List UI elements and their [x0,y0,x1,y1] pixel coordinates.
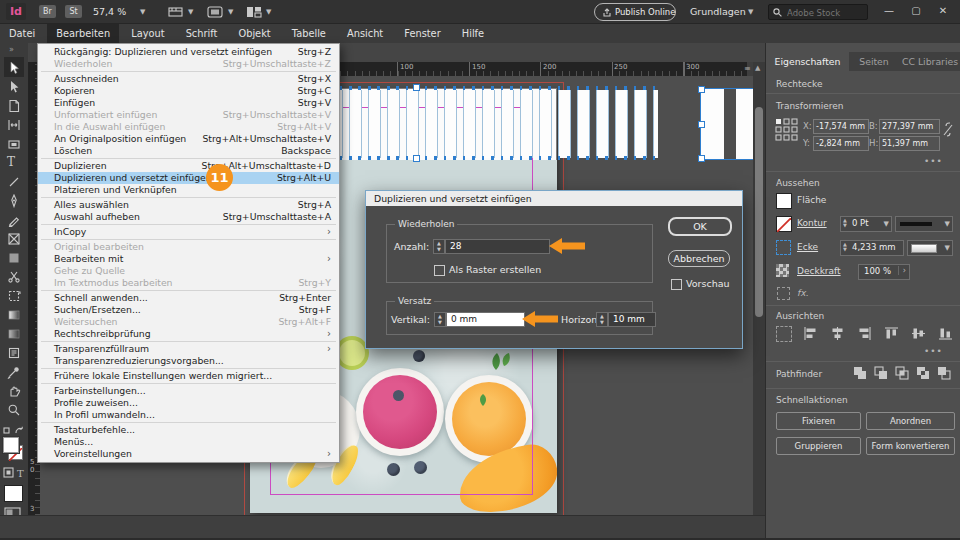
apply-color-button[interactable] [4,485,23,502]
pathfinder-minus-back-icon[interactable] [936,365,952,381]
menu-item-paste[interactable]: EinfügenStrg+V [38,97,339,109]
gap-tool[interactable] [7,117,21,131]
chevron-down-icon[interactable]: ▼ [884,220,889,228]
screen-mode-chevron-icon[interactable]: ▼ [228,8,233,16]
align-right-icon[interactable] [857,326,872,341]
menu-item-flattener-presets[interactable]: Transparenzreduzierungsvorgaben... [38,355,339,367]
menu-hilfe[interactable]: Hilfe [453,24,493,43]
stroke-weight-combo[interactable]: ▲▼ 0 Pt ▼ [840,216,892,232]
width-field[interactable]: 277,397 mm [879,119,940,134]
scroll-up-icon[interactable]: ▲ [755,64,760,72]
arrange-documents-chevron-icon[interactable]: ▼ [266,8,271,16]
corner-link[interactable]: Ecke [797,242,818,252]
menu-item-migrate-settings[interactable]: Frühere lokale Einstellungen werden migr… [38,370,339,382]
free-transform-tool[interactable] [7,288,21,302]
swap-fill-stroke-icon[interactable] [2,424,26,436]
fill-swatch[interactable] [3,437,19,453]
rectangle-tool[interactable] [7,250,21,264]
selection-handle[interactable] [413,155,420,162]
minimize-button[interactable]: — [876,0,902,22]
content-collector-tool[interactable] [7,136,21,150]
arrange-documents-icon[interactable] [246,6,262,18]
reference-point-proxy[interactable] [775,118,798,141]
menu-item-convert-to-profile[interactable]: In Profil umwandeln... [38,409,339,421]
transform-more-options[interactable]: ••• [924,156,943,166]
close-button[interactable]: ✕ [930,0,956,22]
line-tool[interactable] [7,174,21,188]
menu-item-paste-in-place[interactable]: An Originalposition einfügenStrg+Alt+Ums… [38,133,339,145]
horizontal-stepper[interactable]: ▲▼ [596,312,608,327]
menu-item-select-all[interactable]: Alles auswählenStrg+A [38,199,339,211]
stock-button[interactable]: St [65,5,82,18]
ok-button[interactable]: OK [668,217,732,236]
horizontal-field[interactable]: 10 mm [608,312,656,327]
menu-objekt[interactable]: Objekt [229,24,279,43]
object-style-icon[interactable] [777,287,790,300]
zoom-tool[interactable] [7,402,21,416]
lock-button[interactable]: Fixieren [776,412,861,430]
zoom-level-value[interactable]: 57,4 % [93,6,126,17]
menu-item-quick-apply[interactable]: Schnell anwenden...Strg+Enter [38,292,339,304]
stepper-icons[interactable]: ▲▼ [843,242,847,252]
pathfinder-add-icon[interactable] [852,365,868,381]
stock-search-input[interactable] [785,6,867,19]
tab-seiten[interactable]: Seiten [849,52,899,71]
arrange-button[interactable]: Anordnen [866,412,955,430]
opacity-icon[interactable] [776,264,789,277]
pen-tool[interactable] [7,193,21,207]
convert-shape-button[interactable]: Form konvertieren [866,437,955,455]
hand-tool[interactable] [7,383,21,397]
corner-shape-combo[interactable]: ▼ [907,240,953,256]
maximize-button[interactable]: ▢ [903,0,929,22]
selection-handle[interactable] [413,84,420,91]
tab-cc-libraries[interactable]: CC Libraries [899,52,960,71]
opacity-combo[interactable]: 100 % › [858,264,910,280]
stock-search-box[interactable] [768,4,868,20]
menu-item-preferences[interactable]: Voreinstellungen [38,448,339,460]
publish-online-button[interactable]: Publish Online [594,3,676,21]
x-field[interactable]: -17,574 mm [813,119,869,134]
corner-radius-combo[interactable]: ▲▼ 4,233 mm [840,240,904,256]
menu-item-color-settings[interactable]: Farbeinstellungen... [38,385,339,397]
preview-checkbox[interactable] [671,279,682,290]
gradient-swatch-tool[interactable] [7,307,21,321]
gradient-feather-tool[interactable] [7,326,21,340]
view-options-chevron-icon[interactable]: ▼ [188,8,193,16]
align-center-horizontal-icon[interactable] [830,326,845,341]
eyedropper-tool[interactable] [7,364,21,378]
grid-checkbox[interactable] [434,265,445,276]
fill-color-swatch[interactable] [776,193,792,209]
corner-options-icon[interactable] [776,240,791,255]
chevron-down-icon[interactable]: ▼ [945,244,950,252]
scissors-tool[interactable] [7,269,21,283]
vertical-stepper[interactable]: ▲▼ [434,312,446,327]
menu-item-find-change[interactable]: Suchen/Ersetzen...Strg+F [38,304,339,316]
vertical-field[interactable]: 0 mm [446,312,525,327]
chevron-down-icon[interactable]: ▼ [945,220,950,228]
formatting-affects-icon[interactable]: T [3,467,25,479]
count-field[interactable]: 28 [445,239,550,254]
menu-ansicht[interactable]: Ansicht [338,24,392,43]
selection-tool[interactable] [7,60,21,74]
pathfinder-subtract-icon[interactable] [873,365,889,381]
zoom-chevron-icon[interactable]: ▼ [140,8,145,16]
menu-item-keyboard-shortcuts[interactable]: Tastaturbefehle... [38,424,339,436]
menu-item-place-and-link[interactable]: Platzieren und Verknüpfen [38,184,339,196]
bridge-button[interactable]: Br [39,5,56,18]
tab-eigenschaften[interactable]: Eigenschaften [766,52,849,71]
type-tool[interactable]: T [7,155,21,169]
view-options-icon[interactable] [168,6,184,18]
pathfinder-exclude-icon[interactable] [915,365,931,381]
pencil-tool[interactable] [7,212,21,226]
group-button[interactable]: Gruppieren [776,437,861,455]
menu-item-assign-profiles[interactable]: Profile zuweisen... [38,397,339,409]
menu-item-duplicate[interactable]: DuplizierenStrg+Alt+Umschalttaste+D [38,160,339,172]
menu-item-copy[interactable]: KopierenStrg+C [38,85,339,97]
dialog-title[interactable]: Duplizieren und versetzt einfügen [366,191,742,206]
menu-item-undo[interactable]: Rückgängig: Duplizieren und versetzt ein… [38,46,339,58]
stroke-color-swatch[interactable] [776,216,792,232]
menu-schrift[interactable]: Schrift [177,24,227,43]
align-selection-icon[interactable] [776,326,792,342]
direct-selection-tool[interactable] [7,79,21,93]
height-field[interactable]: 51,397 mm [879,136,940,151]
